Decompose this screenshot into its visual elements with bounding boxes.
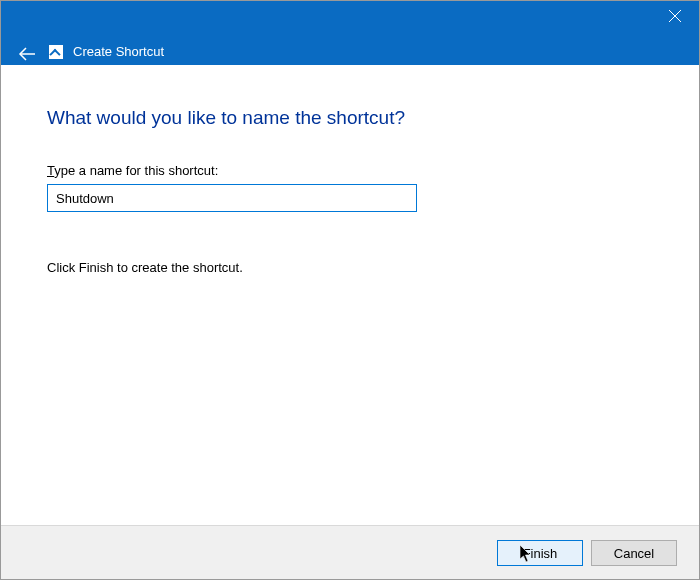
name-field-label: Type a name for this shortcut:: [47, 163, 653, 178]
hint-text: Click Finish to create the shortcut.: [47, 260, 653, 275]
footer: Finish Cancel: [1, 525, 699, 580]
window-title: Create Shortcut: [73, 44, 164, 59]
back-button[interactable]: [15, 45, 39, 63]
arrow-left-icon: [18, 47, 36, 61]
wizard-content: What would you like to name the shortcut…: [1, 65, 699, 525]
close-icon: [669, 10, 681, 22]
finish-button[interactable]: Finish: [497, 540, 583, 566]
close-button[interactable]: [651, 1, 699, 31]
shortcut-name-input[interactable]: [47, 184, 417, 212]
page-heading: What would you like to name the shortcut…: [47, 107, 653, 129]
titlebar: Create Shortcut: [1, 1, 699, 65]
cancel-button[interactable]: Cancel: [591, 540, 677, 566]
shortcut-icon: [49, 45, 63, 59]
